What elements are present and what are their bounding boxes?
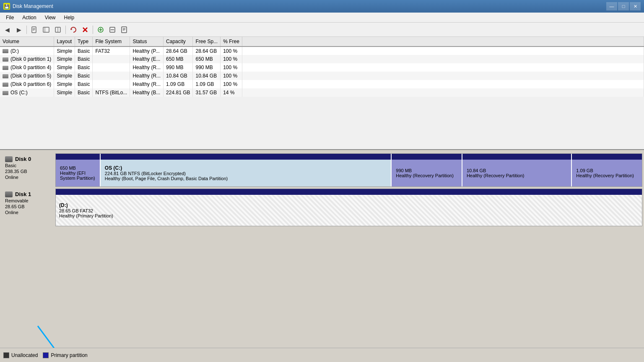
partition-rec1-status: Healthy (Recovery Partition) [396,173,457,178]
disk-icon-small [3,74,8,78]
menu-bar: File Action View Help [0,13,644,23]
partition-rec3-size: 1.09 GB [576,168,638,173]
disk1-partition-header [56,189,642,195]
table-row[interactable]: (Disk 0 partition 6)SimpleBasicHealthy (… [0,80,644,88]
partition-rec1-size: 990 MB [396,168,457,173]
disk1-partition-status: Healthy (Primary Partition) [59,213,639,218]
col-header-pct-free[interactable]: % Free [221,37,242,47]
window-title: Disk Management [13,3,606,9]
disk-icon-small [3,91,8,95]
disk0-icon-row: Disk 0 [5,156,52,162]
menu-file[interactable]: File [2,14,18,21]
disk0-partition-os[interactable]: OS (C:) 224.81 GB NTFS (BitLocker Encryp… [101,154,392,186]
disk1-row: Disk 1 Removable 28.65 GB Online (D:) 28… [2,189,642,226]
app-icon: 💾 [3,3,10,10]
svg-marker-8 [71,28,73,30]
partition-os-name: OS (C:) [105,165,387,171]
disk0-partition-efi[interactable]: 650 MB Healthy (EFI System Partition) [56,154,101,186]
disk0-type: Basic [5,163,52,168]
disk0-name: Disk 0 [15,156,31,162]
legend-unallocated-box [3,352,9,358]
forward-button[interactable]: ▶ [13,24,24,35]
disk1-label: Disk 1 Removable 28.65 GB Online [2,189,55,226]
shrink-button[interactable] [107,24,118,35]
disk-icon-small [3,83,8,87]
legend-unallocated: Unallocated [3,352,38,358]
separator-3 [93,26,93,34]
separator-2 [65,26,66,34]
properties-button[interactable] [29,24,40,35]
disk1-status: Online [5,210,52,215]
refresh-arrow[interactable] [68,24,79,35]
expand-button[interactable] [95,24,106,35]
svg-rect-16 [122,27,127,33]
col-header-free[interactable]: Free Sp... [193,37,221,47]
col-header-filesystem[interactable]: File System [93,37,130,47]
main-content: Volume Layout Type File System Status Ca… [0,37,644,362]
minimize-button[interactable]: — [606,2,617,10]
disk1-partitions: (D:) 28.65 GB FAT32 Healthy (Primary Par… [55,189,642,226]
maximize-button[interactable]: □ [618,2,629,10]
disk0-partition-recovery2[interactable]: 10.84 GB Healthy (Recovery Partition) [462,154,572,186]
disk1-icon [5,191,13,197]
disk1-type: Removable [5,198,52,203]
title-bar: 💾 Disk Management — □ ✕ [0,0,644,13]
disk0-partition-recovery1[interactable]: 990 MB Healthy (Recovery Partition) [392,154,462,186]
disk-icon-small [3,66,8,70]
svg-rect-0 [32,27,36,33]
back-button[interactable]: ◀ [2,24,13,35]
legend-unallocated-label: Unallocated [11,352,38,358]
connect-button[interactable] [52,24,63,35]
legend: Unallocated Primary partition [0,348,644,362]
col-header-status[interactable]: Status [130,37,164,47]
menu-help[interactable]: Help [60,14,79,21]
disk0-partitions: 650 MB Healthy (EFI System Partition) OS… [55,153,642,187]
partition-efi-size: 650 MB [60,165,96,171]
disk1-size: 28.65 GB [5,204,52,209]
col-header-extra [242,37,644,47]
disk-icon-small [3,57,8,62]
partition-efi-status: Healthy (EFI System Partition) [60,171,96,181]
volume-table: Volume Layout Type File System Status Ca… [0,37,644,97]
col-header-type[interactable]: Type [75,37,93,47]
info-button[interactable] [119,24,130,35]
legend-primary-label: Primary partition [51,352,87,358]
disk1-partition-d[interactable]: (D:) 28.65 GB FAT32 Healthy (Primary Par… [56,189,642,226]
col-header-layout[interactable]: Layout [54,37,75,47]
view-button[interactable] [41,24,52,35]
disk-icon-small [3,49,8,53]
table-row[interactable]: (Disk 0 partition 4)SimpleBasicHealthy (… [0,63,644,72]
disk0-icon [5,156,13,162]
partition-os-status: Healthy (Boot, Page File, Crash Dump, Ba… [105,176,387,181]
partition-os-size: 224.81 GB NTFS (BitLocker Encrypted) [105,171,387,176]
disk0-partition-recovery3[interactable]: 1.09 GB Healthy (Recovery Partition) [572,154,642,186]
disk1-partition-name: (D:) [59,202,639,208]
svg-rect-4 [43,27,49,32]
delete-button[interactable] [80,24,91,35]
col-header-capacity[interactable]: Capacity [164,37,193,47]
disk1-partition-body: (D:) 28.65 GB FAT32 Healthy (Primary Par… [56,195,642,226]
volume-table-container: Volume Layout Type File System Status Ca… [0,37,644,150]
menu-view[interactable]: View [41,14,60,21]
partition-rec3-status: Healthy (Recovery Partition) [576,173,638,178]
disk1-partition-size: 28.65 GB FAT32 [59,208,639,213]
toolbar: ◀ ▶ [0,23,644,37]
disk0-row: Disk 0 Basic 238.35 GB Online 650 MB Hea… [2,153,642,187]
disk-map-area: Disk 0 Basic 238.35 GB Online 650 MB Hea… [0,150,644,348]
annotation-arrow [0,313,84,348]
table-row[interactable]: (D:)SimpleBasicFAT32Healthy (P...28.64 G… [0,47,644,55]
disk1-icon-row: Disk 1 [5,191,52,197]
window-controls: — □ ✕ [606,2,641,10]
legend-primary: Primary partition [43,352,87,358]
table-row[interactable]: (Disk 0 partition 1)SimpleBasicHealthy (… [0,55,644,63]
legend-primary-box [43,352,49,358]
table-row[interactable]: OS (C:)SimpleBasicNTFS (BitLo...Healthy … [0,88,644,97]
disk0-label: Disk 0 Basic 238.35 GB Online [2,153,55,187]
menu-action[interactable]: Action [18,14,40,21]
close-button[interactable]: ✕ [630,2,641,10]
col-header-volume[interactable]: Volume [0,37,54,47]
separator-1 [26,26,27,34]
table-row[interactable]: (Disk 0 partition 5)SimpleBasicHealthy (… [0,72,644,80]
svg-line-21 [38,326,73,348]
partition-rec2-status: Healthy (Recovery Partition) [467,173,567,178]
